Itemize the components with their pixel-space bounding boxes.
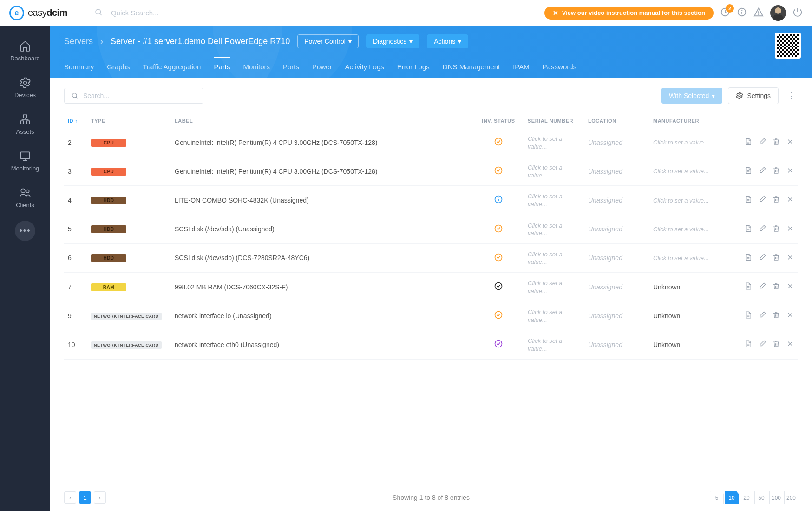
col-manufacturer[interactable]: MANUFACTURER	[649, 113, 724, 128]
trash-icon[interactable]	[772, 166, 780, 176]
trash-icon[interactable]	[772, 340, 780, 349]
manufacturer-placeholder[interactable]: Click to set a value...	[653, 139, 709, 146]
table-row: 6HDDSCSI disk (/dev/sdb) (DCS-7280SR2A-4…	[64, 243, 798, 272]
more-icon[interactable]: ⋮	[784, 91, 798, 101]
tab-parts[interactable]: Parts	[214, 57, 230, 78]
edit-icon[interactable]	[758, 138, 766, 147]
page-prev-button[interactable]: ‹	[64, 491, 76, 504]
tab-passwords[interactable]: Passwords	[543, 57, 576, 78]
edit-icon[interactable]	[758, 340, 766, 349]
col-label[interactable]: LABEL	[171, 113, 473, 128]
page-size-10[interactable]: 10	[725, 491, 739, 504]
close-icon[interactable]: ✕	[553, 9, 558, 17]
serial-placeholder[interactable]: Click to set a value...	[528, 337, 562, 352]
video-banner[interactable]: ✕ View our video instruction manual for …	[544, 7, 714, 20]
serial-placeholder[interactable]: Click to set a value...	[528, 222, 562, 237]
tab-activity-logs[interactable]: Activity Logs	[345, 57, 384, 78]
with-selected-button[interactable]: With Selected ▾	[661, 88, 722, 104]
sidebar-item-clients[interactable]: Clients	[0, 180, 50, 215]
document-icon[interactable]	[744, 138, 753, 147]
tab-error-logs[interactable]: Error Logs	[397, 57, 430, 78]
close-icon[interactable]	[786, 138, 794, 147]
power-control-button[interactable]: Power Control ▾	[297, 34, 359, 48]
tab-ports[interactable]: Ports	[283, 57, 299, 78]
edit-icon[interactable]	[758, 311, 766, 321]
qr-code[interactable]	[775, 33, 801, 59]
table-search[interactable]	[64, 88, 203, 104]
page-size-100[interactable]: 100	[769, 491, 783, 504]
tab-graphs[interactable]: Graphs	[107, 57, 130, 78]
diagnostics-button[interactable]: Diagnostics ▾	[366, 34, 419, 48]
breadcrumb-root[interactable]: Servers	[64, 37, 93, 46]
alert-icon[interactable]	[753, 7, 764, 19]
tab-traffic-aggregation[interactable]: Traffic Aggregation	[143, 57, 201, 78]
manufacturer-placeholder[interactable]: Click to set a value...	[653, 226, 709, 233]
document-icon[interactable]	[744, 224, 753, 234]
document-icon[interactable]	[744, 340, 753, 349]
close-icon[interactable]	[786, 282, 794, 292]
serial-placeholder[interactable]: Click to set a value...	[528, 193, 562, 208]
trash-icon[interactable]	[772, 224, 780, 234]
serial-placeholder[interactable]: Click to set a value...	[528, 251, 562, 266]
clock-icon[interactable]: 2	[720, 7, 730, 19]
tab-dns-management[interactable]: DNS Management	[443, 57, 500, 78]
document-icon[interactable]	[744, 282, 753, 292]
avatar[interactable]	[770, 5, 786, 21]
tab-power[interactable]: Power	[312, 57, 332, 78]
quick-search-input[interactable]	[111, 9, 204, 17]
serial-placeholder[interactable]: Click to set a value...	[528, 308, 562, 323]
trash-icon[interactable]	[772, 138, 780, 147]
trash-icon[interactable]	[772, 195, 780, 205]
tab-ipam[interactable]: IPAM	[513, 57, 530, 78]
page-number[interactable]: 1	[79, 491, 91, 504]
sidebar-item-assets[interactable]: Assets	[0, 107, 50, 142]
col-inv-status[interactable]: INV. STATUS	[473, 113, 524, 128]
notification-badge: 2	[726, 4, 734, 13]
page-size-50[interactable]: 50	[754, 491, 768, 504]
col-location[interactable]: LOCATION	[584, 113, 649, 128]
page-size-5[interactable]: 5	[710, 491, 724, 504]
edit-icon[interactable]	[758, 253, 766, 263]
trash-icon[interactable]	[772, 311, 780, 321]
manufacturer-placeholder[interactable]: Click to set a value...	[653, 197, 709, 204]
edit-icon[interactable]	[758, 195, 766, 205]
close-icon[interactable]	[786, 224, 794, 234]
trash-icon[interactable]	[772, 253, 780, 263]
serial-placeholder[interactable]: Click to set a value...	[528, 164, 562, 179]
info-icon[interactable]	[737, 7, 747, 19]
logo[interactable]: e easydcim	[9, 6, 67, 20]
col-serial[interactable]: SERIAL NUMBER	[524, 113, 584, 128]
tab-monitors[interactable]: Monitors	[243, 57, 270, 78]
sidebar-more-button[interactable]: •••	[15, 221, 35, 241]
page-next-button[interactable]: ›	[94, 491, 106, 504]
edit-icon[interactable]	[758, 166, 766, 176]
document-icon[interactable]	[744, 195, 753, 205]
close-icon[interactable]	[786, 195, 794, 205]
sidebar-item-devices[interactable]: Devices	[0, 70, 50, 105]
page-size-200[interactable]: 200	[784, 491, 798, 504]
sidebar-item-monitoring[interactable]: Monitoring	[0, 144, 50, 178]
col-type[interactable]: TYPE	[87, 113, 171, 128]
serial-placeholder[interactable]: Click to set a value...	[528, 280, 562, 295]
close-icon[interactable]	[786, 253, 794, 263]
document-icon[interactable]	[744, 253, 753, 263]
sidebar-item-dashboard[interactable]: Dashboard	[0, 33, 50, 68]
table-search-input[interactable]	[83, 92, 196, 99]
serial-placeholder[interactable]: Click to set a value...	[528, 135, 562, 150]
manufacturer-placeholder[interactable]: Click to set a value...	[653, 168, 709, 175]
col-id[interactable]: ID ↑	[64, 113, 87, 128]
tab-summary[interactable]: Summary	[64, 57, 94, 78]
edit-icon[interactable]	[758, 224, 766, 234]
page-size-20[interactable]: 20	[740, 491, 753, 504]
document-icon[interactable]	[744, 311, 753, 321]
close-icon[interactable]	[786, 166, 794, 176]
manufacturer-placeholder[interactable]: Click to set a value...	[653, 255, 709, 262]
power-icon[interactable]	[792, 7, 803, 19]
edit-icon[interactable]	[758, 282, 766, 292]
document-icon[interactable]	[744, 166, 753, 176]
settings-button[interactable]: Settings	[728, 87, 779, 104]
close-icon[interactable]	[786, 311, 794, 321]
actions-button[interactable]: Actions ▾	[427, 34, 468, 48]
trash-icon[interactable]	[772, 282, 780, 292]
close-icon[interactable]	[786, 340, 794, 349]
